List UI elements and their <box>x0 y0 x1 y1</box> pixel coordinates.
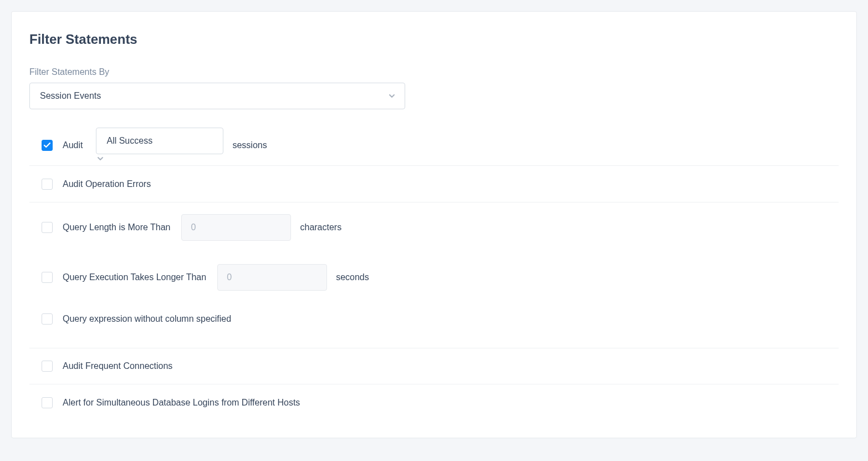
label-audit: Audit <box>63 140 83 150</box>
checkbox-alert-simul-logins[interactable] <box>42 397 53 408</box>
suffix-audit: sessions <box>232 140 267 150</box>
row-query-no-column: Query expression without column specifie… <box>29 302 839 336</box>
row-audit: Audit All Success sessions <box>29 125 839 166</box>
label-alert-simul-logins: Alert for Simultaneous Database Logins f… <box>63 398 300 408</box>
filter-by-select-value: Session Events <box>40 91 101 101</box>
label-query-exec-time: Query Execution Takes Longer Than <box>63 272 206 282</box>
row-query-exec-time: Query Execution Takes Longer Than second… <box>29 252 839 302</box>
label-query-length: Query Length is More Than <box>63 222 170 232</box>
row-query-length: Query Length is More Than characters <box>29 202 839 252</box>
filter-by-label: Filter Statements By <box>29 67 839 77</box>
checkbox-audit-operation-errors[interactable] <box>42 179 53 190</box>
suffix-query-exec-time: seconds <box>336 272 369 282</box>
checkbox-audit[interactable] <box>42 140 53 151</box>
chevron-down-icon <box>96 154 223 163</box>
label-audit-frequent-connections: Audit Frequent Connections <box>63 361 172 371</box>
row-audit-operation-errors: Audit Operation Errors <box>29 166 839 202</box>
label-audit-operation-errors: Audit Operation Errors <box>63 179 151 189</box>
checkbox-query-exec-time[interactable] <box>42 272 53 283</box>
filter-statements-card: Filter Statements Filter Statements By S… <box>11 11 857 438</box>
row-audit-frequent-connections: Audit Frequent Connections <box>29 348 839 384</box>
checkbox-audit-frequent-connections[interactable] <box>42 361 53 372</box>
filter-by-select[interactable]: Session Events <box>29 83 405 109</box>
checkbox-query-length[interactable] <box>42 222 53 233</box>
input-query-exec-time[interactable] <box>217 264 327 291</box>
page-title: Filter Statements <box>29 32 839 47</box>
checkbox-query-no-column[interactable] <box>42 313 53 325</box>
row-alert-simul-logins: Alert for Simultaneous Database Logins f… <box>29 384 839 421</box>
suffix-query-length: characters <box>300 222 341 232</box>
input-query-length[interactable] <box>181 214 291 241</box>
label-query-no-column: Query expression without column specifie… <box>63 314 231 324</box>
audit-success-select-value: All Success <box>106 136 152 146</box>
audit-success-select[interactable]: All Success <box>96 128 223 163</box>
